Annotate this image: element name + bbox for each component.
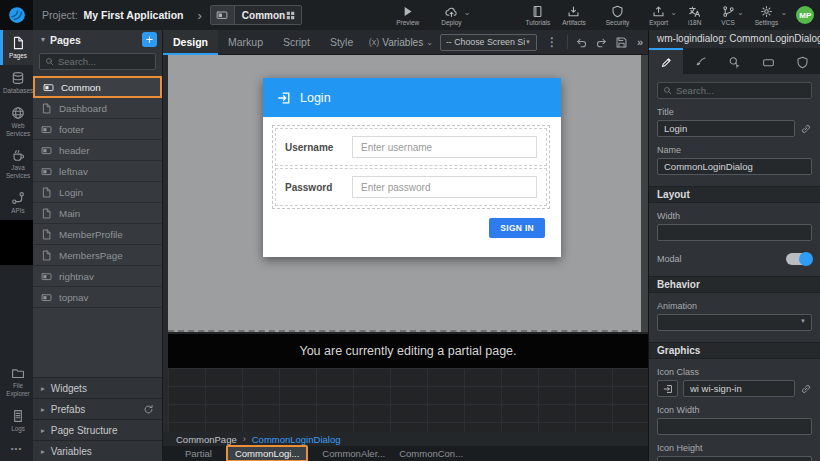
page-item-memberspage[interactable]: MembersPage (33, 245, 162, 266)
page-item-topnav[interactable]: topnav (33, 287, 162, 308)
user-avatar[interactable]: MP (796, 6, 814, 24)
section-page-structure[interactable]: ▸ Page Structure (33, 419, 162, 440)
tray-upload-icon (652, 5, 665, 18)
export-button[interactable]: Export ⌄ (643, 0, 674, 30)
breadcrumb-parent[interactable]: CommonPage (176, 434, 237, 445)
breadcrumb-current[interactable]: CommonLoginDialog (252, 434, 341, 445)
device-icon (762, 56, 775, 69)
login-dialog[interactable]: Login Username Password SIGN IN (263, 78, 561, 257)
tab-device[interactable] (752, 48, 786, 74)
rail-item-pages[interactable]: Pages (0, 30, 33, 65)
name-field-label: Name (657, 145, 812, 155)
rail-item-apis[interactable]: APIs (0, 185, 33, 220)
login-form-container[interactable]: Username Password (272, 125, 550, 209)
icon-width-input[interactable] (657, 418, 812, 435)
undo-button[interactable] (575, 36, 588, 49)
tab-common-confirm-dialog[interactable]: CommonCon... (399, 448, 463, 459)
page-item-main[interactable]: Main (33, 203, 162, 224)
rail-item-logs[interactable]: Logs (0, 403, 33, 438)
security-button[interactable]: Security (600, 0, 635, 30)
rail-item-file-explorer[interactable]: File Explorer (0, 360, 33, 403)
icon-width-field-label: Icon Width (657, 405, 812, 415)
redo-button[interactable] (595, 36, 608, 49)
section-variables[interactable]: ▸ Variables (33, 440, 162, 461)
save-button[interactable] (615, 36, 628, 49)
icon-class-input[interactable] (683, 380, 795, 397)
canvas-toolbar: Design Markup Script Style (x) Variables… (163, 30, 648, 55)
modal-toggle[interactable] (786, 253, 812, 265)
partial-icon (211, 6, 235, 24)
title-field-input[interactable] (657, 120, 795, 137)
rail-item-databases[interactable]: Databases (0, 65, 33, 100)
tab-common-alert-dialog[interactable]: CommonAler... (322, 448, 385, 459)
shield-icon (796, 56, 809, 69)
page-item-rightnav[interactable]: rightnav (33, 266, 162, 287)
page-item-label: leftnav (59, 166, 88, 177)
tab-common-login-dialog[interactable]: CommonLogi... (226, 445, 308, 461)
bind-link-icon[interactable] (800, 383, 812, 395)
page-item-label: Common (61, 82, 101, 93)
page-item-footer[interactable]: footer (33, 119, 162, 140)
properties-panel: wm-logindialog: CommonLoginDialog Title … (648, 30, 820, 461)
screen-size-select[interactable]: -- Choose Screen Size -- ▼ (440, 34, 537, 51)
variables-dropdown[interactable]: (x) Variables ⌄ (369, 37, 433, 48)
deploy-button[interactable]: Deploy ⌄ (435, 0, 467, 30)
tab-inspect[interactable] (717, 48, 751, 74)
password-input[interactable] (352, 176, 537, 198)
properties-search-input[interactable] (676, 85, 806, 96)
panel-caret-icon[interactable]: ▾ (41, 35, 45, 44)
canvas-area: Design Markup Script Style (x) Variables… (163, 30, 648, 461)
page-item-memberprofile[interactable]: MemberProfile (33, 224, 162, 245)
tab-markup[interactable]: Markup (218, 30, 273, 55)
section-widgets[interactable]: ▸ Widgets (33, 377, 162, 398)
collapse-panel-button[interactable]: » (635, 36, 643, 48)
add-page-button[interactable] (142, 32, 157, 47)
tab-design[interactable]: Design (163, 30, 218, 55)
password-form-row[interactable]: Password (275, 168, 547, 206)
section-prefabs[interactable]: ▸ Prefabs (33, 398, 162, 419)
vcs-label: VCS (721, 19, 734, 26)
pages-search-input[interactable] (58, 56, 150, 67)
refresh-icon[interactable] (143, 404, 154, 415)
username-form-row[interactable]: Username (275, 128, 547, 166)
partial-icon (43, 82, 54, 93)
vcs-button[interactable]: VCS ⌄ (715, 0, 740, 30)
page-item-header[interactable]: header (33, 140, 162, 161)
icon-height-input[interactable] (657, 456, 812, 461)
bind-link-icon[interactable] (800, 123, 812, 135)
name-field-input[interactable] (657, 158, 812, 175)
tab-properties[interactable] (649, 48, 683, 74)
page-item-dashboard[interactable]: Dashboard (33, 98, 162, 119)
icon-preview (657, 380, 678, 397)
i18n-button[interactable]: i18N (682, 0, 707, 30)
tab-styles[interactable] (683, 48, 717, 74)
page-item-login[interactable]: Login (33, 182, 162, 203)
more-options-button[interactable]: ⋮ (544, 35, 560, 49)
grid-icon[interactable] (285, 10, 296, 21)
tutorials-button[interactable]: Tutorials (520, 0, 557, 30)
sign-in-button[interactable]: SIGN IN (489, 218, 545, 238)
security-label: Security (606, 19, 629, 26)
artifacts-button[interactable]: Artifacts (556, 0, 591, 30)
animation-select[interactable] (657, 314, 812, 331)
page-selector-dropdown[interactable]: Common (210, 5, 302, 25)
canvas-scrollbar[interactable] (641, 55, 648, 332)
username-input[interactable] (352, 136, 537, 158)
settings-button[interactable]: Settings ⌄ (749, 0, 785, 30)
tab-style[interactable]: Style (320, 30, 363, 55)
page-item-leftnav[interactable]: leftnav (33, 161, 162, 182)
width-field-input[interactable] (657, 224, 812, 241)
section-caret-icon: ▸ (41, 426, 45, 435)
tab-partial[interactable]: Partial (185, 448, 212, 459)
rail-item-web-services[interactable]: Web Services (0, 100, 33, 143)
page-icon (41, 187, 52, 198)
left-rail: Pages Databases Web Services Java Servic… (0, 30, 33, 461)
app-logo[interactable] (0, 0, 33, 30)
page-item-common[interactable]: Common (33, 76, 162, 98)
rail-overflow-button[interactable]: ••• (0, 438, 33, 461)
tab-security[interactable] (786, 48, 820, 74)
dialog-header[interactable]: Login (263, 78, 561, 117)
rail-item-java-services[interactable]: Java Services (0, 142, 33, 185)
tab-script[interactable]: Script (273, 30, 320, 55)
preview-button[interactable]: Preview (390, 0, 425, 30)
